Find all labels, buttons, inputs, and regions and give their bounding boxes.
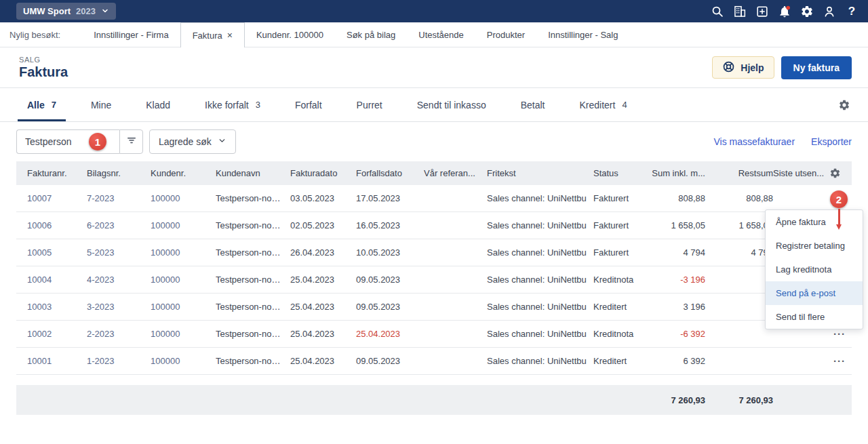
status-tab-ikke-forfalt[interactable]: Ikke forfalt3: [205, 88, 260, 121]
cell-kundenavn: Testperson-no…: [216, 275, 290, 285]
account-icon[interactable]: [823, 5, 836, 18]
cell-status: Kreditert: [593, 356, 651, 366]
cell-fakturanr[interactable]: 10002: [27, 329, 87, 339]
table-row[interactable]: 100033-2023100000Testperson-no…25.04.202…: [16, 294, 852, 321]
table-row[interactable]: 100022-2023100000Testperson-no…25.04.202…: [16, 321, 852, 348]
saved-searches-button[interactable]: Lagrede søk: [149, 129, 236, 154]
cell-status: Fakturert: [593, 220, 651, 230]
column-header-kundenr[interactable]: Kundenr.: [151, 168, 216, 178]
cell-bilagsnr: 4-2023: [87, 275, 151, 285]
tab-settings-gear-icon[interactable]: [837, 98, 852, 113]
table-header-row: Fakturanr.Bilagsnr.Kundenr.KundenavnFakt…: [16, 161, 852, 185]
column-header-bilagsnr[interactable]: Bilagsnr.: [87, 168, 151, 178]
column-header-kundenavn[interactable]: Kundenavn: [216, 168, 290, 178]
column-header-siste-utsen[interactable]: Siste utsen...: [773, 168, 827, 178]
recent-tab-label: Innstillinger - Firma: [94, 30, 169, 40]
recent-tab-label: Innstillinger - Salg: [548, 30, 618, 40]
column-header-restsum[interactable]: Restsum: [705, 168, 773, 178]
recent-tab-innstillinger-firma[interactable]: Innstillinger - Firma: [82, 22, 180, 47]
cell-forfallsdato: 10.05.2023: [356, 247, 424, 258]
close-icon[interactable]: ×: [227, 30, 233, 41]
recent-tab-produkter[interactable]: Produkter: [475, 22, 536, 47]
cell-bilagsnr: 7-2023: [87, 193, 151, 203]
column-header-status[interactable]: Status: [593, 168, 651, 178]
cell-fakturanr[interactable]: 10006: [27, 220, 87, 230]
cell-sum: 4 794: [651, 247, 705, 258]
column-header-fakturadato[interactable]: Fakturadato: [290, 168, 356, 178]
notifications-icon[interactable]: [778, 5, 791, 18]
column-header-fakturanr[interactable]: Fakturanr.: [27, 168, 87, 178]
column-header-v-r-referan[interactable]: Vår referan...: [424, 168, 487, 178]
settings-icon[interactable]: [800, 5, 814, 18]
cell-fritekst: Sales channel: UniNettbu: [487, 329, 593, 339]
status-tab-sendt-til-inkasso[interactable]: Sendt til inkasso: [417, 88, 486, 121]
status-tab-alle[interactable]: Alle7: [27, 88, 56, 121]
search-icon[interactable]: [711, 5, 724, 18]
add-icon[interactable]: [755, 5, 769, 18]
table-settings-gear-icon[interactable]: [827, 166, 842, 181]
status-tab-purret[interactable]: Purret: [357, 88, 382, 121]
link-eksporter[interactable]: Eksporter: [811, 136, 852, 147]
cell-restsum: 808,88: [705, 193, 773, 203]
kebab-menu-icon[interactable]: ···: [833, 355, 846, 367]
page-header-titles: SALG Faktura: [19, 56, 68, 80]
status-tab-kladd[interactable]: Kladd: [146, 88, 170, 121]
cell-sum: 6 392: [651, 356, 705, 366]
lifebuoy-icon: [722, 60, 735, 75]
table-footer-gap: [16, 375, 852, 385]
table-body: 100077-2023100000Testperson-no…03.05.202…: [16, 185, 852, 375]
menu-item-lag-kreditnota[interactable]: Lag kreditnota: [766, 258, 863, 281]
link-vis-massefakturaer[interactable]: Vis massefakturaer: [714, 136, 795, 147]
recent-tab-innstillinger-salg[interactable]: Innstillinger - Salg: [536, 22, 629, 47]
table-row[interactable]: 100077-2023100000Testperson-no…03.05.202…: [16, 185, 852, 212]
cell-status: Fakturert: [593, 247, 651, 258]
cell-fakturanr[interactable]: 10004: [27, 275, 87, 285]
cell-kundenr: 100000: [151, 220, 216, 230]
recent-tab-kundenr-100000[interactable]: Kundenr. 100000: [245, 22, 335, 47]
cell-fakturanr[interactable]: 10007: [27, 193, 87, 203]
recent-tab-label: Produkter: [487, 30, 525, 40]
cell-fritekst: Sales channel: UniNettbu: [487, 356, 593, 366]
status-tab-count: 7: [52, 100, 56, 110]
menu-item-registrer-betaling[interactable]: Registrer betaling: [766, 234, 863, 258]
cell-fakturanr[interactable]: 10005: [27, 247, 87, 258]
status-tab-mine[interactable]: Mine: [91, 88, 111, 121]
menu-item-send-p-e-post[interactable]: Send på e-post: [766, 281, 863, 305]
column-header-sum-inkl-m[interactable]: Sum inkl. m...: [651, 168, 705, 178]
filter-button[interactable]: [119, 129, 143, 154]
company-selector[interactable]: UMW Sport 2023: [16, 3, 116, 20]
menu-item-pne-faktura[interactable]: Åpne faktura: [766, 210, 863, 234]
help-button[interactable]: Hjelp: [712, 56, 774, 79]
column-header-forfallsdato[interactable]: Forfallsdato: [356, 168, 424, 178]
status-tab-forfalt[interactable]: Forfalt: [295, 88, 322, 121]
status-tab-betalt[interactable]: Betalt: [521, 88, 545, 121]
kebab-menu-icon[interactable]: ···: [833, 328, 846, 340]
table-row[interactable]: 100055-2023100000Testperson-no…26.04.202…: [16, 239, 852, 266]
column-header-fritekst[interactable]: Fritekst: [487, 168, 593, 178]
cell-fakturanr[interactable]: 10003: [27, 302, 87, 312]
cell-bilagsnr: 1-2023: [87, 356, 151, 366]
filter-icon: [125, 134, 138, 149]
table-row[interactable]: 100011-2023100000Testperson-no…25.04.202…: [16, 348, 852, 375]
recent-tab-utest-ende[interactable]: Utestående: [407, 22, 475, 47]
status-tab-kreditert[interactable]: Kreditert4: [580, 88, 627, 121]
new-invoice-button[interactable]: Ny faktura: [781, 56, 852, 79]
table-row[interactable]: 100066-2023100000Testperson-no…02.05.202…: [16, 212, 852, 239]
company-icon[interactable]: [733, 5, 747, 18]
status-tab-label: Forfalt: [295, 100, 322, 110]
help-icon[interactable]: ?: [845, 5, 859, 18]
cell-fritekst: Sales channel: UniNettbu: [487, 302, 593, 312]
page-title: Faktura: [19, 64, 68, 80]
status-tab-label: Purret: [357, 100, 382, 110]
cell-forfallsdato: 09.05.2023: [356, 275, 424, 285]
cell-kundenavn: Testperson-no…: [216, 302, 290, 312]
menu-item-send-til-flere[interactable]: Send til flere: [766, 305, 863, 329]
cell-fakturanr[interactable]: 10001: [27, 356, 87, 366]
table-row[interactable]: 100044-2023100000Testperson-no…25.04.202…: [16, 266, 852, 294]
recent-tab-faktura[interactable]: Faktura×: [180, 22, 245, 47]
recent-tab-s-k-p-bilag[interactable]: Søk på bilag: [335, 22, 407, 47]
filter-toolbar: Lagrede søk Vis massefakturaerEksporter: [0, 122, 868, 161]
recent-tab-label: Kundenr. 100000: [256, 30, 323, 40]
table-totals-row: 7 260,93 7 260,93: [16, 385, 852, 415]
status-tab-count: 3: [256, 100, 260, 110]
